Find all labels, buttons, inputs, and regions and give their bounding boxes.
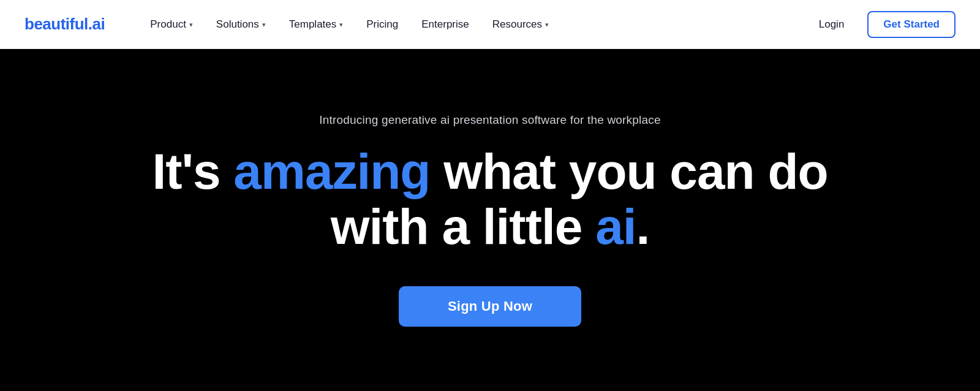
nav-item-product[interactable]: Product ▾: [141, 13, 202, 36]
nav-right: Login Get Started: [810, 11, 956, 38]
nav-label-templates: Templates: [289, 18, 336, 31]
logo-text-part2: ai: [92, 15, 105, 33]
nav-item-solutions[interactable]: Solutions ▾: [208, 13, 274, 36]
nav-links: Product ▾ Solutions ▾ Templates ▾ Pricin…: [141, 13, 810, 36]
hero-title: It's amazing what you can do with a litt…: [123, 144, 858, 254]
nav-label-product: Product: [150, 18, 186, 31]
hero-title-part1: It's: [152, 143, 233, 199]
hero-subtitle: Introducing generative ai presentation s…: [319, 113, 660, 127]
get-started-button[interactable]: Get Started: [867, 11, 956, 38]
nav-label-pricing: Pricing: [366, 18, 398, 31]
nav-label-resources: Resources: [492, 18, 542, 31]
hero-title-highlight2: ai: [595, 199, 636, 254]
chevron-down-icon: ▾: [545, 21, 549, 29]
logo-text-part1: beautiful: [24, 15, 88, 33]
nav-label-solutions: Solutions: [216, 18, 259, 31]
navbar: beautiful.ai Product ▾ Solutions ▾ Templ…: [0, 0, 980, 49]
chevron-down-icon: ▾: [339, 21, 343, 29]
signup-button[interactable]: Sign Up Now: [399, 286, 581, 327]
logo[interactable]: beautiful.ai: [24, 15, 105, 34]
nav-item-enterprise[interactable]: Enterprise: [413, 13, 477, 36]
hero-title-part3: .: [636, 199, 650, 254]
nav-item-pricing[interactable]: Pricing: [358, 13, 407, 36]
chevron-down-icon: ▾: [262, 21, 266, 29]
nav-item-resources[interactable]: Resources ▾: [484, 13, 557, 36]
logo-dot: .: [88, 15, 92, 33]
login-button[interactable]: Login: [810, 13, 853, 36]
hero-section: Introducing generative ai presentation s…: [0, 49, 980, 391]
chevron-down-icon: ▾: [189, 21, 193, 29]
hero-title-highlight1: amazing: [233, 143, 430, 199]
nav-item-templates[interactable]: Templates ▾: [281, 13, 352, 36]
nav-label-enterprise: Enterprise: [421, 18, 469, 31]
